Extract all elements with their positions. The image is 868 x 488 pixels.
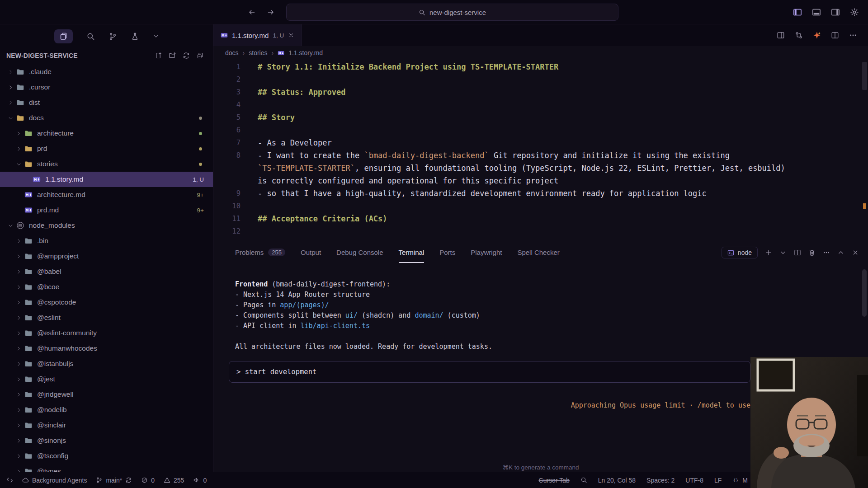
split-editor-icon[interactable] bbox=[794, 249, 801, 256]
tree-item-@babel[interactable]: @babel bbox=[0, 264, 213, 279]
source-control-icon[interactable] bbox=[108, 32, 117, 41]
tree-item-label: docs bbox=[29, 114, 44, 122]
tree-item-@nodelib[interactable]: @nodelib bbox=[0, 402, 213, 418]
panel-tab-problems[interactable]: Problems255 bbox=[235, 242, 285, 263]
files-icon[interactable] bbox=[54, 29, 73, 43]
code-line: 10 bbox=[213, 200, 868, 212]
layout-sidebar-right-icon[interactable] bbox=[831, 8, 840, 17]
git-compare-icon[interactable] bbox=[795, 31, 803, 39]
cursor-position[interactable]: Ln 20, Col 58 bbox=[598, 477, 636, 484]
panel-tab-ports[interactable]: Ports bbox=[439, 242, 455, 263]
editor-tab-1.1.story.md[interactable]: 1.1.story.md1, U bbox=[213, 24, 302, 46]
tree-item-.claude[interactable]: .claude bbox=[0, 64, 213, 80]
tree-item-prd[interactable]: prd bbox=[0, 141, 213, 156]
layout-panel-bottom-icon[interactable] bbox=[812, 8, 821, 17]
notifications[interactable]: 0 bbox=[193, 477, 207, 484]
terminal-output[interactable]: Frontend (bmad-daily-digest-frontend):- … bbox=[235, 279, 492, 352]
tree-item-@sinclair[interactable]: @sinclair bbox=[0, 418, 213, 433]
breadcrumb-item[interactable]: docs bbox=[225, 49, 239, 56]
command-center-search[interactable]: new-digest-service bbox=[286, 4, 618, 21]
tree-item-@jridgewell[interactable]: @jridgewell bbox=[0, 387, 213, 402]
encoding[interactable]: UTF-8 bbox=[685, 477, 703, 484]
code-editor[interactable]: 1# Story 1.1: Initialize Backend Project… bbox=[213, 60, 868, 242]
git-branch[interactable]: main* bbox=[96, 477, 132, 484]
panel-tab-label: Ports bbox=[439, 249, 455, 256]
language-mode[interactable]: {}M bbox=[732, 477, 748, 484]
beaker-icon[interactable] bbox=[131, 32, 139, 41]
chevron-right-icon bbox=[14, 361, 24, 367]
ellipsis-icon[interactable] bbox=[823, 249, 830, 256]
tree-item-@sinonjs[interactable]: @sinonjs bbox=[0, 433, 213, 448]
layout-sidebar-left-icon[interactable] bbox=[793, 8, 802, 17]
tree-item-@bcoe[interactable]: @bcoe bbox=[0, 279, 213, 295]
tree-item-architecture[interactable]: architecture bbox=[0, 126, 213, 141]
tree-item-@jest[interactable]: @jest bbox=[0, 371, 213, 387]
nav-buttons bbox=[248, 0, 275, 24]
chevron-up-icon[interactable] bbox=[837, 249, 844, 256]
tab-dirty-indicator: 1, U bbox=[273, 32, 284, 39]
tree-item-@tsconfig[interactable]: @tsconfig bbox=[0, 448, 213, 464]
tree-item-@humanwhocodes[interactable]: @humanwhocodes bbox=[0, 341, 213, 356]
chevron-down-icon[interactable] bbox=[779, 249, 787, 256]
arrow-left-icon[interactable] bbox=[248, 8, 256, 16]
line-number: 5 bbox=[213, 111, 241, 124]
settings-gear-icon[interactable] bbox=[850, 8, 859, 17]
zoom-control[interactable] bbox=[580, 477, 587, 483]
problems-errors[interactable]: 0 bbox=[141, 477, 155, 484]
tree-item-@types[interactable]: @types bbox=[0, 464, 213, 472]
ai-sparkle-icon[interactable] bbox=[813, 31, 821, 39]
tree-item-dist[interactable]: dist bbox=[0, 95, 213, 110]
chevron-right-icon bbox=[14, 315, 24, 321]
tree-item-@eslint-community[interactable]: @eslint-community bbox=[0, 325, 213, 341]
tree-item-@ampproject[interactable]: @ampproject bbox=[0, 249, 213, 264]
panel-tab-playwright[interactable]: Playwright bbox=[471, 242, 502, 263]
tree-item-1.1.story.md[interactable]: 1.1.story.md1, U bbox=[0, 172, 213, 187]
problems-warnings[interactable]: 255 bbox=[164, 477, 184, 484]
tree-item-prd.md[interactable]: prd.md9+ bbox=[0, 202, 213, 218]
tree-item-@cspotcode[interactable]: @cspotcode bbox=[0, 295, 213, 310]
close-icon[interactable] bbox=[852, 249, 859, 256]
breadcrumb-item[interactable]: 1.1.story.md bbox=[288, 49, 323, 56]
panel-tab-debug-console[interactable]: Debug Console bbox=[336, 242, 383, 263]
tree-item-@istanbuljs[interactable]: @istanbuljs bbox=[0, 356, 213, 371]
arrow-right-icon[interactable] bbox=[267, 8, 275, 16]
indentation[interactable]: Spaces: 2 bbox=[646, 477, 675, 484]
terminal-profile-selector[interactable]: node bbox=[722, 247, 758, 258]
ellipsis-icon[interactable] bbox=[849, 31, 857, 39]
breadcrumb-item[interactable]: stories bbox=[249, 49, 267, 56]
tree-item-.bin[interactable]: .bin bbox=[0, 233, 213, 249]
collapse-all-icon[interactable] bbox=[197, 52, 204, 59]
remote-indicator[interactable] bbox=[6, 477, 13, 483]
close-icon[interactable] bbox=[288, 32, 294, 38]
tree-item-architecture.md[interactable]: architecture.md9+ bbox=[0, 187, 213, 202]
terminal-scrollbar[interactable] bbox=[862, 269, 867, 317]
editor-scrollbar[interactable] bbox=[862, 62, 867, 90]
refresh-icon[interactable] bbox=[183, 52, 190, 59]
eol[interactable]: LF bbox=[714, 477, 722, 484]
chevron-right-icon bbox=[14, 422, 24, 428]
tree-item-@eslint[interactable]: @eslint bbox=[0, 310, 213, 325]
chevron-down-icon[interactable] bbox=[153, 33, 159, 39]
tree-item-node_modules[interactable]: node_modules bbox=[0, 218, 213, 233]
new-folder-icon[interactable] bbox=[169, 52, 176, 59]
plus-icon[interactable] bbox=[765, 249, 772, 256]
panel-tab-output[interactable]: Output bbox=[301, 242, 321, 263]
cursor-tab-toggle[interactable]: Cursor Tab bbox=[539, 477, 570, 484]
cloud-icon bbox=[22, 477, 29, 483]
trash-icon[interactable] bbox=[808, 249, 816, 256]
tree-item-.cursor[interactable]: .cursor bbox=[0, 80, 213, 95]
panel-controls: node bbox=[722, 247, 868, 258]
layout-editor-icon[interactable] bbox=[777, 31, 785, 39]
search-icon[interactable] bbox=[86, 32, 95, 41]
tree-item-stories[interactable]: stories bbox=[0, 156, 213, 172]
tree-item-docs[interactable]: docs bbox=[0, 110, 213, 126]
background-agents[interactable]: Background Agents bbox=[22, 477, 87, 484]
problems-warnings-label: 255 bbox=[174, 477, 184, 484]
panel-tab-terminal[interactable]: Terminal bbox=[399, 242, 425, 263]
split-editor-icon[interactable] bbox=[831, 31, 839, 39]
panel-actions bbox=[765, 249, 859, 256]
markdown-file-icon bbox=[278, 50, 284, 56]
panel-tab-spell-checker[interactable]: Spell Checker bbox=[517, 242, 559, 263]
terminal-ai-input[interactable]: > start development bbox=[229, 361, 750, 383]
new-file-icon[interactable] bbox=[155, 52, 162, 59]
